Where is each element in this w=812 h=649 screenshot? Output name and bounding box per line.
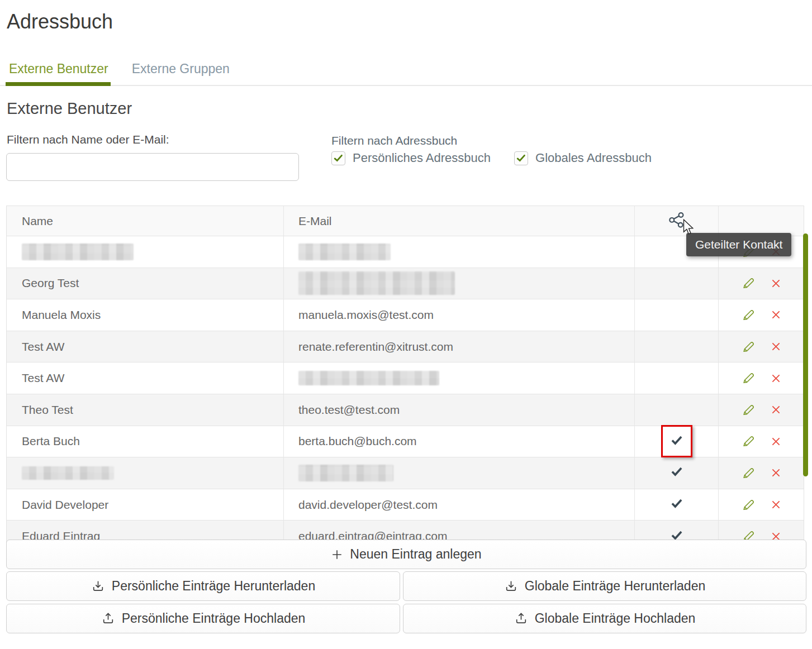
redacted-email bbox=[298, 244, 391, 260]
cell-email: manuela.moxis@test.com bbox=[284, 299, 635, 331]
cell-name: Georg Test bbox=[7, 268, 284, 299]
checkbox-box[interactable] bbox=[331, 151, 345, 165]
name-filter-input[interactable] bbox=[6, 153, 299, 181]
x-icon[interactable] bbox=[770, 309, 782, 321]
x-icon[interactable] bbox=[770, 436, 782, 447]
addressbook-filter-label: Filtern nach Adressbuch bbox=[331, 134, 457, 147]
global-download-button[interactable]: Globale Einträge Herunterladen bbox=[403, 571, 806, 601]
cell-actions bbox=[719, 268, 804, 299]
pencil-icon[interactable] bbox=[741, 371, 756, 385]
checkbox-box[interactable] bbox=[514, 151, 528, 165]
cell-name: Berta Buch bbox=[7, 426, 284, 457]
redacted-email bbox=[298, 271, 455, 295]
cell-email: renate.referentin@xitrust.com bbox=[284, 331, 635, 362]
name-filter-label: Filtern nach Name oder E-Mail: bbox=[7, 133, 169, 146]
pencil-icon[interactable] bbox=[741, 498, 756, 512]
cell-name: Test AW bbox=[7, 362, 284, 394]
cell-name bbox=[7, 457, 284, 489]
cell-shared-contact bbox=[635, 426, 719, 457]
new-entry-label: Neuen Eintrag anlegen bbox=[350, 547, 481, 562]
redacted-email bbox=[298, 465, 393, 481]
x-icon[interactable] bbox=[770, 404, 782, 416]
check-icon bbox=[669, 464, 684, 481]
highlight-box bbox=[661, 425, 692, 457]
global-download-label: Globale Einträge Herunterladen bbox=[525, 579, 705, 594]
page-title: Adressbuch bbox=[7, 10, 113, 34]
checkbox-label: Globales Adressbuch bbox=[535, 151, 652, 165]
personal-download-label: Persönliche Einträge Herunterladen bbox=[112, 579, 315, 594]
pencil-icon[interactable] bbox=[741, 403, 756, 417]
column-header-shared bbox=[635, 206, 719, 236]
download-icon bbox=[91, 579, 105, 593]
column-header-email: E-Mail bbox=[284, 206, 635, 236]
personal-upload-button[interactable]: Persönliche Einträge Hochladen bbox=[6, 604, 400, 633]
cell-shared-contact bbox=[635, 457, 719, 489]
global-upload-label: Globale Einträge Hochladen bbox=[535, 611, 696, 626]
table-row: Test AWrenate.referentin@xitrust.com bbox=[7, 331, 804, 363]
cursor-icon bbox=[681, 219, 695, 238]
adressbuch-screen: Adressbuch Externe BenutzerExterne Grupp… bbox=[0, 0, 812, 649]
x-icon[interactable] bbox=[770, 373, 782, 384]
checkbox-label: Persönliches Adressbuch bbox=[353, 151, 491, 165]
cell-actions bbox=[719, 426, 804, 457]
table-row: Manuela Moxismanuela.moxis@test.com bbox=[7, 299, 804, 331]
table-row: David Developerdavid.developer@test.com bbox=[7, 489, 804, 521]
personal-upload-label: Persönliche Einträge Hochladen bbox=[122, 611, 306, 626]
download-icon bbox=[504, 579, 518, 593]
section-heading: Externe Benutzer bbox=[7, 99, 132, 118]
cell-actions bbox=[719, 489, 804, 521]
cell-name bbox=[7, 236, 284, 268]
redacted-email bbox=[298, 371, 439, 385]
cell-actions bbox=[719, 457, 804, 489]
tab-externe-benutzer[interactable]: Externe Benutzer bbox=[9, 61, 108, 77]
tab-bar: Externe BenutzerExterne Gruppen bbox=[9, 61, 230, 77]
personal-download-button[interactable]: Persönliche Einträge Herunterladen bbox=[6, 571, 400, 601]
pencil-icon[interactable] bbox=[741, 340, 756, 354]
shared-contact-tooltip: Geteilter Kontakt bbox=[686, 233, 791, 256]
cell-shared-contact bbox=[635, 362, 719, 394]
cell-email bbox=[284, 236, 635, 268]
x-icon[interactable] bbox=[770, 341, 782, 352]
cell-email bbox=[284, 268, 635, 299]
x-icon[interactable] bbox=[770, 278, 782, 289]
pencil-icon[interactable] bbox=[741, 276, 756, 290]
cell-shared-contact bbox=[635, 299, 719, 331]
new-entry-button[interactable]: Neuen Eintrag anlegen bbox=[6, 540, 806, 569]
cell-email: berta.buch@buch.com bbox=[284, 426, 635, 457]
cell-actions bbox=[719, 331, 804, 362]
cell-actions bbox=[719, 362, 804, 394]
check-icon bbox=[669, 496, 684, 513]
cell-name: Theo Test bbox=[7, 394, 284, 426]
cell-actions bbox=[719, 394, 804, 426]
tab-externe-gruppen[interactable]: Externe Gruppen bbox=[132, 61, 230, 77]
cell-email bbox=[284, 457, 635, 489]
addressbook-checkboxes: Persönliches AdressbuchGlobales Adressbu… bbox=[331, 151, 652, 165]
x-icon[interactable] bbox=[770, 467, 782, 479]
pencil-icon[interactable] bbox=[741, 308, 756, 322]
table-row: Theo Testtheo.test@test.com bbox=[7, 394, 804, 426]
vertical-scrollbar[interactable] bbox=[803, 233, 808, 476]
checkbox-globales-adressbuch[interactable]: Globales Adressbuch bbox=[514, 151, 652, 165]
pencil-icon[interactable] bbox=[741, 466, 756, 480]
cell-email: david.developer@test.com bbox=[284, 489, 635, 521]
table-row bbox=[7, 457, 804, 489]
table-row: Test AW bbox=[7, 362, 804, 394]
active-tab-underline bbox=[6, 82, 111, 86]
cell-shared-contact bbox=[635, 268, 719, 299]
table-row: Berta Buchberta.buch@buch.com bbox=[7, 426, 804, 458]
x-icon[interactable] bbox=[770, 499, 782, 510]
global-upload-button[interactable]: Globale Einträge Hochladen bbox=[403, 604, 806, 633]
external-users-table: Name E-Mail Georg TestManuela Moxismanue… bbox=[6, 206, 804, 553]
pencil-icon[interactable] bbox=[741, 434, 756, 448]
table-row bbox=[7, 236, 804, 268]
redacted-name bbox=[22, 244, 134, 260]
cell-name: David Developer bbox=[7, 489, 284, 521]
checkbox-pers-nliches-adressbuch[interactable]: Persönliches Adressbuch bbox=[331, 151, 491, 165]
upload-icon bbox=[101, 612, 115, 626]
cell-shared-contact bbox=[635, 489, 719, 521]
cell-name: Manuela Moxis bbox=[7, 299, 284, 331]
redacted-name bbox=[22, 466, 114, 480]
table-row: Georg Test bbox=[7, 268, 804, 300]
cell-email bbox=[284, 362, 635, 394]
table-body: Georg TestManuela Moxismanuela.moxis@tes… bbox=[7, 236, 804, 552]
